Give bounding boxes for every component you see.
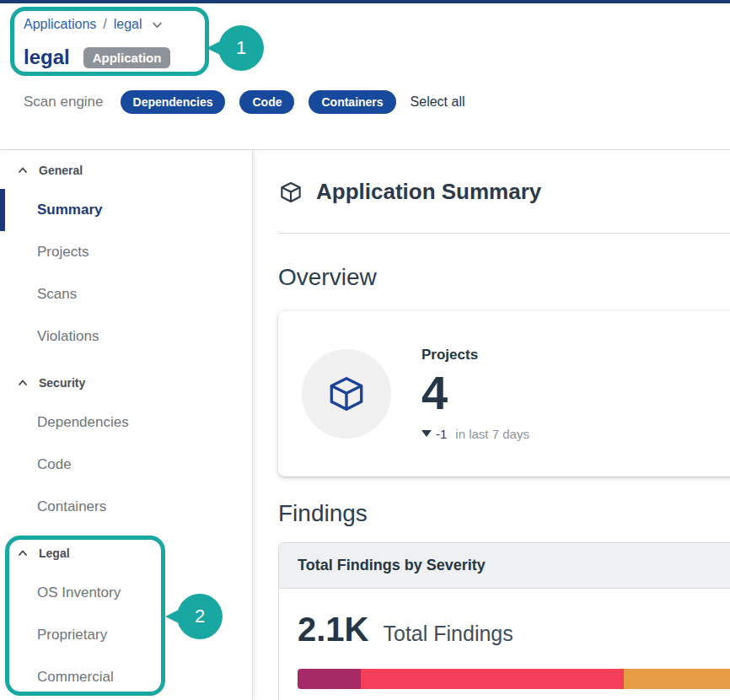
severity-segment-medium[interactable]	[624, 669, 730, 689]
sidebar-item-label: Code	[37, 456, 72, 473]
severity-stacked-bar[interactable]	[298, 669, 730, 689]
chevron-up-icon	[17, 547, 29, 559]
application-title: legal	[24, 46, 70, 69]
sidebar-header-label: General	[39, 164, 83, 177]
chevron-up-icon	[17, 164, 29, 176]
sidebar-item-summary[interactable]: Summary	[0, 189, 252, 231]
findings-card-body: 2.1K Total Findings	[279, 589, 730, 700]
severity-segment-critical[interactable]	[298, 669, 361, 689]
sidebar-item-label: Proprietary	[37, 627, 107, 643]
page-title: Application Summary	[316, 179, 541, 205]
sidebar-item-label: Violations	[37, 328, 99, 345]
breadcrumb-current[interactable]: legal	[114, 17, 142, 32]
sidebar-item-scans[interactable]: Scans	[0, 273, 252, 315]
delta-value: -1	[436, 427, 447, 441]
scan-pill-containers[interactable]: Containers	[309, 90, 395, 114]
scan-pill-dependencies[interactable]: Dependencies	[121, 90, 226, 114]
breadcrumb-applications[interactable]: Applications	[24, 17, 96, 32]
sidebar-section-general: General Summary Projects Scans Violation…	[0, 150, 252, 358]
selected-indicator	[0, 189, 5, 231]
sidebar-item-label: Commercial	[37, 669, 114, 686]
chevron-up-icon	[17, 377, 29, 389]
app-header: Applications / legal legal Application S…	[0, 3, 730, 150]
sidebar-header-general[interactable]: General	[0, 150, 252, 189]
sidebar-item-projects[interactable]: Projects	[0, 231, 252, 273]
sidebar-header-security[interactable]: Security	[0, 363, 252, 401]
sidebar-item-containers[interactable]: Containers	[0, 486, 252, 528]
cube-icon	[325, 373, 368, 415]
select-all-link[interactable]: Select all	[411, 94, 465, 110]
sidebar-item-label: OS Inventory	[37, 584, 121, 601]
sidebar-item-label: Scans	[37, 286, 77, 303]
projects-metric-card[interactable]: Projects 4 -1 in last 7 days	[278, 311, 730, 477]
sidebar-item-label: Containers	[37, 498, 106, 515]
scan-engine-label: Scan engine	[24, 94, 104, 110]
sidebar-item-dependencies[interactable]: Dependencies	[0, 401, 252, 444]
metric-value: 4	[421, 369, 529, 418]
sidebar-header-label: Security	[39, 376, 85, 390]
application-type-badge: Application	[83, 47, 171, 68]
sidebar-section-security: Security Dependencies Code Containers	[0, 363, 252, 528]
breadcrumb: Applications / legal	[24, 17, 730, 32]
sidebar-header-label: Legal	[39, 547, 70, 560]
total-findings-value: 2.1K	[298, 611, 369, 649]
sidebar-item-os-inventory[interactable]: OS Inventory	[0, 572, 252, 614]
sidebar-section-legal: Legal OS Inventory Proprietary Commercia…	[0, 533, 252, 698]
sidebar-item-violations[interactable]: Violations	[0, 315, 252, 358]
breadcrumb-separator: /	[103, 17, 106, 32]
sidebar-item-commercial[interactable]: Commercial	[0, 656, 252, 698]
overview-heading: Overview	[278, 264, 730, 291]
metric-delta: -1 in last 7 days	[421, 427, 529, 441]
findings-card-title: Total Findings by Severity	[279, 543, 730, 589]
severity-segment-high[interactable]	[361, 669, 624, 689]
scan-engine-row: Scan engine Dependencies Code Containers…	[24, 90, 730, 114]
chevron-down-icon[interactable]	[149, 19, 164, 31]
title-row: legal Application	[24, 46, 730, 69]
main-content: Application Summary Overview Projects 4	[253, 150, 730, 700]
sidebar-item-proprietary[interactable]: Proprietary	[0, 614, 252, 656]
scan-pill-code[interactable]: Code	[239, 90, 294, 114]
sidebar-item-code[interactable]: Code	[0, 444, 252, 486]
metric-text: Projects 4 -1 in last 7 days	[421, 347, 529, 441]
total-findings-row: 2.1K Total Findings	[298, 611, 730, 649]
sidebar: General Summary Projects Scans Violation…	[0, 150, 253, 700]
sidebar-item-label: Summary	[37, 202, 102, 218]
metric-label: Projects	[421, 347, 529, 363]
trend-down-icon	[421, 430, 432, 437]
sidebar-item-label: Dependencies	[37, 414, 129, 431]
metric-icon-circle	[302, 349, 391, 439]
page-title-row: Application Summary	[278, 179, 730, 205]
sidebar-item-label: Projects	[37, 244, 89, 261]
sidebar-header-legal[interactable]: Legal	[0, 533, 252, 572]
delta-period: in last 7 days	[455, 427, 529, 441]
findings-heading: Findings	[278, 500, 730, 527]
total-findings-label: Total Findings	[384, 622, 513, 646]
findings-severity-card: Total Findings by Severity 2.1K Total Fi…	[278, 542, 730, 700]
cube-icon	[278, 180, 303, 205]
divider	[278, 233, 730, 234]
